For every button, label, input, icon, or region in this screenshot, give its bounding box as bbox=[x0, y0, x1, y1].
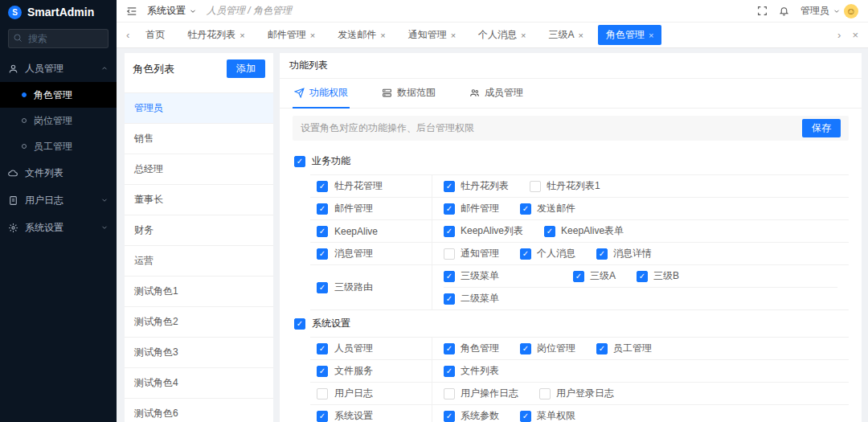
checkbox-checked[interactable]: ✓ bbox=[444, 411, 455, 422]
checkbox-checked[interactable]: ✓ bbox=[444, 203, 455, 215]
save-button[interactable]: 保存 bbox=[802, 119, 841, 137]
permission-parent-label: 系统设置 bbox=[334, 409, 373, 422]
tab-close-icon[interactable]: × bbox=[310, 31, 315, 40]
permission-item-label: 牡丹花列表 bbox=[461, 179, 509, 193]
page-tab-mail-management[interactable]: 邮件管理× bbox=[260, 25, 323, 45]
avatar: ☺ bbox=[844, 4, 858, 18]
page-tab-role-management[interactable]: 角色管理× bbox=[598, 25, 661, 45]
checkbox-checked[interactable]: ✓ bbox=[444, 181, 455, 192]
header-menu-trigger[interactable]: 系统设置 bbox=[147, 4, 197, 18]
checkbox-checked[interactable]: ✓ bbox=[444, 293, 455, 305]
checkbox-checked[interactable]: ✓ bbox=[317, 366, 328, 377]
checkbox-checked[interactable]: ✓ bbox=[317, 411, 328, 422]
tabs-close-all-icon[interactable]: × bbox=[849, 29, 862, 41]
page-tab-home[interactable]: 首页 bbox=[137, 25, 173, 45]
role-list-item[interactable]: 测试角色1 bbox=[125, 276, 273, 306]
checkbox-unchecked[interactable] bbox=[444, 248, 455, 260]
chevron-down-icon bbox=[100, 196, 108, 204]
permission-parent-label: 消息管理 bbox=[334, 247, 373, 260]
role-list-item[interactable]: 运营 bbox=[125, 245, 273, 276]
checkbox-checked[interactable]: ✓ bbox=[573, 271, 584, 282]
role-list-item[interactable]: 测试角色2 bbox=[125, 306, 273, 337]
role-list-item[interactable]: 测试角色4 bbox=[125, 367, 273, 398]
checkbox-unchecked[interactable] bbox=[317, 388, 328, 399]
checkbox-checked[interactable]: ✓ bbox=[317, 282, 328, 293]
checkbox-unchecked[interactable] bbox=[530, 181, 541, 192]
sidebar-subitem-position-management[interactable]: 岗位管理 bbox=[0, 108, 117, 133]
checkbox-checked[interactable]: ✓ bbox=[444, 226, 455, 237]
permission-hint-bar: 设置角色对应的功能操作、后台管理权限 保存 bbox=[293, 116, 849, 141]
page-tab-peony-list[interactable]: 牡丹花列表× bbox=[179, 25, 252, 45]
sidebar-subitem-label: 员工管理 bbox=[34, 140, 72, 154]
tabs-scroll-left-icon[interactable]: ‹ bbox=[123, 29, 133, 41]
checkbox-checked[interactable]: ✓ bbox=[317, 343, 328, 354]
user-menu-trigger[interactable]: 管理员 ☺ bbox=[800, 4, 858, 18]
role-list-item[interactable]: 董事长 bbox=[125, 184, 273, 215]
tab-close-icon[interactable]: × bbox=[451, 31, 456, 40]
permission-group-label: 业务功能 bbox=[312, 154, 350, 168]
sidebar-item-system-settings[interactable]: 系统设置 bbox=[0, 214, 117, 241]
permission-line: ✓二级菜单 bbox=[444, 287, 837, 309]
checkbox-checked[interactable]: ✓ bbox=[317, 248, 328, 260]
tabs-scroll-right-icon[interactable]: › bbox=[834, 29, 844, 41]
page-tab-notice-management[interactable]: 通知管理× bbox=[400, 25, 464, 45]
page-tab-send-mail[interactable]: 发送邮件× bbox=[330, 25, 393, 45]
permission-parent-cell: ✓牡丹花管理 bbox=[310, 175, 432, 197]
checkbox-checked[interactable]: ✓ bbox=[294, 318, 305, 330]
permission-item: ✓KeepAlive列表 bbox=[444, 224, 523, 238]
fullscreen-icon[interactable] bbox=[757, 6, 768, 16]
bell-icon[interactable] bbox=[779, 6, 789, 16]
role-list-item[interactable]: 总经理 bbox=[125, 154, 273, 184]
checkbox-checked[interactable]: ✓ bbox=[444, 271, 455, 282]
role-list-item[interactable]: 管理员 bbox=[125, 92, 273, 123]
checkbox-checked[interactable]: ✓ bbox=[596, 343, 608, 354]
permission-item: 通知管理 bbox=[444, 247, 499, 260]
sidebar-subitem-role-management[interactable]: 角色管理 bbox=[0, 82, 117, 108]
sidebar-subitem-employee-management[interactable]: 员工管理 bbox=[0, 133, 117, 159]
checkbox-checked[interactable]: ✓ bbox=[444, 343, 455, 354]
search-input[interactable] bbox=[8, 29, 108, 48]
checkbox-checked[interactable]: ✓ bbox=[596, 248, 608, 260]
tab-data-scope[interactable]: 数据范围 bbox=[380, 79, 437, 109]
tab-function-permission[interactable]: 功能权限 bbox=[293, 79, 350, 109]
checkbox-unchecked[interactable] bbox=[539, 388, 551, 399]
app-logo[interactable]: S SmartAdmin bbox=[0, 0, 117, 24]
checkbox-checked[interactable]: ✓ bbox=[520, 203, 531, 215]
tab-close-icon[interactable]: × bbox=[380, 31, 385, 40]
collapse-sidebar-icon[interactable] bbox=[126, 6, 137, 17]
checkbox-checked[interactable]: ✓ bbox=[520, 248, 531, 260]
checkbox-checked[interactable]: ✓ bbox=[317, 181, 328, 192]
add-role-button[interactable]: 添加 bbox=[227, 59, 265, 78]
checkbox-checked[interactable]: ✓ bbox=[317, 226, 328, 237]
tab-close-icon[interactable]: × bbox=[240, 31, 244, 40]
tab-member-management[interactable]: 成员管理 bbox=[468, 79, 525, 109]
checkbox-checked[interactable]: ✓ bbox=[444, 366, 455, 377]
permission-item: 用户登录日志 bbox=[539, 387, 614, 400]
role-list-item[interactable]: 测试角色6 bbox=[125, 398, 273, 422]
checkbox-checked[interactable]: ✓ bbox=[520, 411, 531, 422]
role-list-item[interactable]: 财务 bbox=[125, 215, 273, 245]
checkbox-unchecked[interactable] bbox=[444, 388, 455, 399]
gear-icon bbox=[8, 223, 18, 233]
page-tab-level3-a[interactable]: 三级A× bbox=[541, 25, 592, 45]
sidebar-item-user-logs[interactable]: 用户日志 bbox=[0, 186, 117, 214]
role-list-item[interactable]: 销售 bbox=[125, 123, 273, 154]
checkbox-checked[interactable]: ✓ bbox=[544, 226, 555, 237]
checkbox-checked[interactable]: ✓ bbox=[637, 271, 648, 282]
permission-line: 通知管理✓个人消息✓消息详情 bbox=[444, 243, 837, 264]
tab-close-icon[interactable]: × bbox=[579, 31, 583, 40]
permission-parent-cell: ✓系统设置 bbox=[310, 405, 432, 422]
role-list-item[interactable]: 测试角色3 bbox=[125, 337, 273, 367]
permission-parent-cell: ✓文件服务 bbox=[310, 360, 432, 382]
app-root: S SmartAdmin 人员管理角色管理岗位管理员工管理文件列表用户日志系统设… bbox=[0, 0, 868, 422]
sidebar-item-file-list[interactable]: 文件列表 bbox=[0, 159, 117, 186]
checkbox-checked[interactable]: ✓ bbox=[520, 343, 531, 354]
tab-close-icon[interactable]: × bbox=[521, 31, 526, 40]
page-tab-personal-message[interactable]: 个人消息× bbox=[470, 25, 534, 45]
checkbox-checked[interactable]: ✓ bbox=[317, 203, 328, 215]
tab-close-icon[interactable]: × bbox=[649, 31, 653, 40]
tab-bar: ‹ 首页牡丹花列表×邮件管理×发送邮件×通知管理×个人消息×三级A×角色管理× … bbox=[117, 23, 868, 48]
permission-children-cell: ✓系统参数✓菜单权限 bbox=[432, 405, 849, 422]
checkbox-checked[interactable]: ✓ bbox=[294, 156, 305, 167]
sidebar-item-personnel[interactable]: 人员管理 bbox=[0, 55, 117, 82]
